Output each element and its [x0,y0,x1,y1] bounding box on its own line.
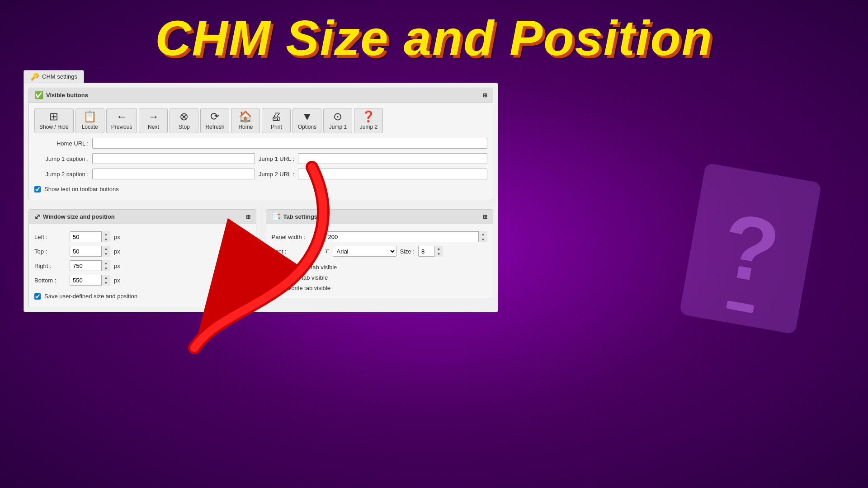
font-select[interactable]: Arial Times New Roman Verdana [333,246,396,257]
right-spinner: ▲ ▼ [101,260,110,271]
question-mark-icon: ? [715,199,785,298]
show-text-checkbox[interactable] [34,186,41,192]
options-icon: ▼ [302,111,313,122]
bottom-spin-up[interactable]: ▲ [102,275,110,280]
nav-tab-row: Navigation tab visible [272,262,488,272]
font-size-wrap: ▲ ▼ [418,246,443,257]
favorite-tab-label: Favorite tab visible [282,285,330,291]
top-spin-down[interactable]: ▼ [102,251,110,257]
tab-icon: 🔑 [30,72,39,81]
jump2-caption-input[interactable] [92,169,255,179]
locate-button[interactable]: 📋 Locate [75,108,104,133]
search-tab-label: Search tab visible [282,274,328,281]
panel-width-input[interactable] [325,231,488,242]
jump1-caption-input[interactable] [92,153,255,164]
size-label: Size : [400,248,415,255]
question-decoration: ? [679,163,821,334]
window-size-expand[interactable]: ⊞ [246,214,250,220]
visible-buttons-icon: ✅ [34,91,43,99]
tab-settings-expand[interactable]: ⊞ [483,214,487,220]
previous-label: Previous [111,124,132,130]
bottom-sections: ⤢ Window size and position ⊞ Left : ▲ [24,205,498,312]
chm-settings-tab[interactable]: 🔑 CHM settings [24,70,84,83]
expand-icon[interactable]: ⊞ [483,92,487,99]
save-checkbox[interactable] [34,293,41,300]
home-icon: 🏠 [239,111,252,122]
home-url-input[interactable] [92,138,487,149]
right-spin-up[interactable]: ▲ [102,260,110,266]
left-spin-down[interactable]: ▼ [102,237,110,242]
stop-button[interactable]: ⊗ Stop [170,108,198,133]
tab-label: CHM settings [42,73,77,80]
font-icon: 𝑇 [325,248,328,255]
show-hide-icon: ⊞ [49,111,58,122]
font-size-spin-down[interactable]: ▼ [434,251,443,257]
home-label: Home [238,124,253,130]
next-icon: → [148,111,159,122]
search-tab-row: Search tab visible [272,272,488,283]
locate-label: Locate [82,124,98,130]
refresh-button[interactable]: ⟳ Refresh [200,108,229,133]
show-hide-button[interactable]: ⊞ Show / Hide [34,108,74,133]
previous-button[interactable]: ← Previous [106,108,137,133]
panel-width-wrap: ▲ ▼ [325,231,488,242]
bottom-input-wrap: ▲ ▼ [70,275,110,286]
right-row: Right : ▲ ▼ px [34,258,250,273]
search-tab-checkbox[interactable] [272,275,278,281]
tab-settings-icon: 📑 [272,212,281,221]
buttons-grid: ⊞ Show / Hide 📋 Locate ← Previous → Next [29,103,493,200]
refresh-label: Refresh [205,124,224,130]
left-input-wrap: ▲ ▼ [70,231,110,242]
stop-icon: ⊗ [179,111,189,122]
jump1-button[interactable]: ⊙ Jump 1 [323,108,352,133]
favorite-tab-row: Favorite tab visible [272,283,488,293]
jump1-label: Jump 1 [329,124,347,130]
font-size-spin-up[interactable]: ▲ [434,246,443,251]
tab-settings-col: 📑 Tab settings ⊞ Panel width : ▲ [261,205,498,312]
next-button[interactable]: → Next [139,108,168,133]
jump1-url-label: Jump 1 URL : [259,155,294,162]
question-bar [726,300,754,313]
visible-buttons-title: Visible buttons [46,92,88,99]
main-window: 🔑 CHM settings ✅ Visible buttons ⊞ ⊞ Sho… [24,70,498,312]
top-spinner: ▲ ▼ [101,246,110,257]
window-size-icon: ⤢ [34,212,40,221]
bottom-label: Bottom : [34,277,66,284]
window-size-header: ⤢ Window size and position ⊞ [29,210,256,224]
top-spin-up[interactable]: ▲ [102,246,110,251]
window-size-content: Left : ▲ ▼ px To [29,224,256,307]
panel-width-spinner: ▲ ▼ [478,231,487,242]
panel-width-spin-down[interactable]: ▼ [479,237,487,242]
panel-width-spin-up[interactable]: ▲ [479,231,487,237]
save-row: Save user-defined size and position [34,291,250,301]
options-button[interactable]: ▼ Options [292,108,321,133]
nav-tab-label: Navigation tab visible [282,264,337,271]
left-spin-up[interactable]: ▲ [102,231,110,237]
nav-tab-checkbox[interactable] [272,264,278,271]
jump1-caption-label: Jump 1 caption : [34,155,89,162]
tab-settings-title: Tab settings [283,213,318,220]
print-button[interactable]: 🖨 Print [262,108,291,133]
toolbar-buttons-row: ⊞ Show / Hide 📋 Locate ← Previous → Next [34,108,487,133]
locate-icon: 📋 [83,111,97,122]
jump1-url-input[interactable] [298,153,487,164]
options-label: Options [298,124,316,130]
visible-buttons-header: ✅ Visible buttons ⊞ [29,88,493,103]
right-label: Right : [34,263,66,269]
print-icon: 🖨 [271,111,282,122]
next-label: Next [148,124,159,130]
favorite-tab-checkbox[interactable] [272,285,278,291]
visible-buttons-section: ✅ Visible buttons ⊞ ⊞ Show / Hide 📋 Loca… [28,88,493,200]
bottom-spin-down[interactable]: ▼ [102,280,110,286]
home-button[interactable]: 🏠 Home [231,108,260,133]
jump1-icon: ⊙ [333,111,342,122]
bottom-spinner: ▲ ▼ [101,275,110,286]
tab-settings-section: 📑 Tab settings ⊞ Panel width : ▲ [266,209,494,299]
save-label: Save user-defined size and position [44,293,137,300]
jump2-button[interactable]: ❓ Jump 2 [354,108,383,133]
right-spin-down[interactable]: ▼ [102,266,110,271]
font-label: Font : [272,248,321,255]
home-url-label: Home URL : [34,140,89,147]
right-input-wrap: ▲ ▼ [70,260,110,271]
jump2-url-input[interactable] [298,169,487,179]
